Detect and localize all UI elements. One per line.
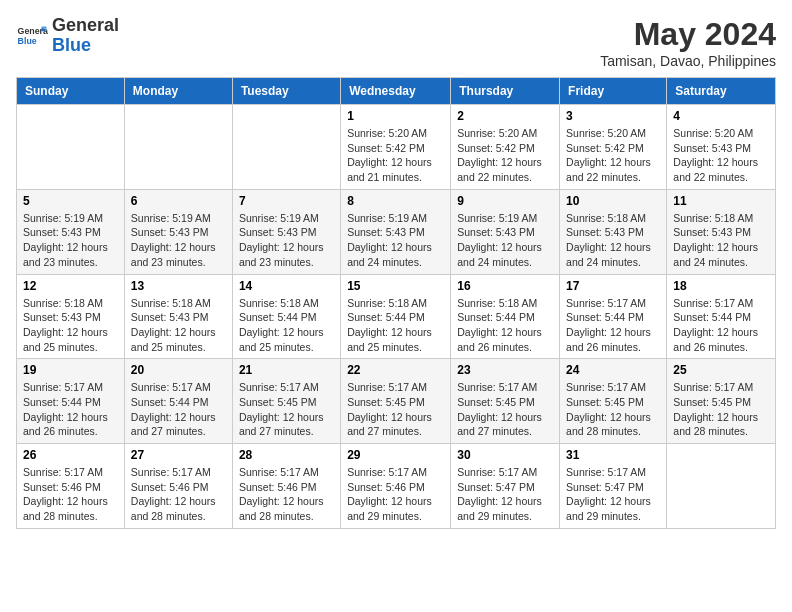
day-number: 20 bbox=[131, 363, 226, 377]
calendar-body: 1Sunrise: 5:20 AM Sunset: 5:42 PM Daylig… bbox=[17, 105, 776, 529]
week-row-5: 26Sunrise: 5:17 AM Sunset: 5:46 PM Dayli… bbox=[17, 444, 776, 529]
day-info: Sunrise: 5:18 AM Sunset: 5:43 PM Dayligh… bbox=[23, 296, 118, 355]
calendar-cell: 6Sunrise: 5:19 AM Sunset: 5:43 PM Daylig… bbox=[124, 189, 232, 274]
calendar-cell bbox=[17, 105, 125, 190]
calendar-cell: 15Sunrise: 5:18 AM Sunset: 5:44 PM Dayli… bbox=[341, 274, 451, 359]
calendar-cell: 24Sunrise: 5:17 AM Sunset: 5:45 PM Dayli… bbox=[560, 359, 667, 444]
day-number: 16 bbox=[457, 279, 553, 293]
calendar-cell: 27Sunrise: 5:17 AM Sunset: 5:46 PM Dayli… bbox=[124, 444, 232, 529]
calendar-cell: 17Sunrise: 5:17 AM Sunset: 5:44 PM Dayli… bbox=[560, 274, 667, 359]
day-info: Sunrise: 5:18 AM Sunset: 5:43 PM Dayligh… bbox=[566, 211, 660, 270]
calendar-cell: 1Sunrise: 5:20 AM Sunset: 5:42 PM Daylig… bbox=[341, 105, 451, 190]
day-number: 28 bbox=[239, 448, 334, 462]
day-info: Sunrise: 5:17 AM Sunset: 5:44 PM Dayligh… bbox=[23, 380, 118, 439]
day-number: 31 bbox=[566, 448, 660, 462]
calendar-cell: 11Sunrise: 5:18 AM Sunset: 5:43 PM Dayli… bbox=[667, 189, 776, 274]
day-info: Sunrise: 5:17 AM Sunset: 5:44 PM Dayligh… bbox=[131, 380, 226, 439]
day-number: 5 bbox=[23, 194, 118, 208]
day-number: 30 bbox=[457, 448, 553, 462]
calendar-cell: 9Sunrise: 5:19 AM Sunset: 5:43 PM Daylig… bbox=[451, 189, 560, 274]
weekday-tuesday: Tuesday bbox=[232, 78, 340, 105]
logo-icon: General Blue bbox=[16, 20, 48, 52]
day-info: Sunrise: 5:19 AM Sunset: 5:43 PM Dayligh… bbox=[23, 211, 118, 270]
calendar-cell bbox=[232, 105, 340, 190]
day-info: Sunrise: 5:17 AM Sunset: 5:46 PM Dayligh… bbox=[23, 465, 118, 524]
weekday-friday: Friday bbox=[560, 78, 667, 105]
day-number: 10 bbox=[566, 194, 660, 208]
calendar-cell: 8Sunrise: 5:19 AM Sunset: 5:43 PM Daylig… bbox=[341, 189, 451, 274]
weekday-saturday: Saturday bbox=[667, 78, 776, 105]
calendar-cell: 18Sunrise: 5:17 AM Sunset: 5:44 PM Dayli… bbox=[667, 274, 776, 359]
calendar-cell: 10Sunrise: 5:18 AM Sunset: 5:43 PM Dayli… bbox=[560, 189, 667, 274]
day-number: 11 bbox=[673, 194, 769, 208]
calendar-cell: 13Sunrise: 5:18 AM Sunset: 5:43 PM Dayli… bbox=[124, 274, 232, 359]
day-info: Sunrise: 5:17 AM Sunset: 5:47 PM Dayligh… bbox=[566, 465, 660, 524]
week-row-4: 19Sunrise: 5:17 AM Sunset: 5:44 PM Dayli… bbox=[17, 359, 776, 444]
logo-text: General Blue bbox=[52, 16, 119, 56]
day-info: Sunrise: 5:19 AM Sunset: 5:43 PM Dayligh… bbox=[239, 211, 334, 270]
day-number: 21 bbox=[239, 363, 334, 377]
day-number: 25 bbox=[673, 363, 769, 377]
page-header: General Blue General Blue May 2024 Tamis… bbox=[16, 16, 776, 69]
day-number: 9 bbox=[457, 194, 553, 208]
day-info: Sunrise: 5:17 AM Sunset: 5:46 PM Dayligh… bbox=[131, 465, 226, 524]
day-info: Sunrise: 5:19 AM Sunset: 5:43 PM Dayligh… bbox=[457, 211, 553, 270]
day-info: Sunrise: 5:17 AM Sunset: 5:44 PM Dayligh… bbox=[673, 296, 769, 355]
day-info: Sunrise: 5:17 AM Sunset: 5:47 PM Dayligh… bbox=[457, 465, 553, 524]
weekday-thursday: Thursday bbox=[451, 78, 560, 105]
day-info: Sunrise: 5:17 AM Sunset: 5:45 PM Dayligh… bbox=[239, 380, 334, 439]
calendar-cell: 16Sunrise: 5:18 AM Sunset: 5:44 PM Dayli… bbox=[451, 274, 560, 359]
day-info: Sunrise: 5:18 AM Sunset: 5:44 PM Dayligh… bbox=[347, 296, 444, 355]
calendar-cell: 29Sunrise: 5:17 AM Sunset: 5:46 PM Dayli… bbox=[341, 444, 451, 529]
day-info: Sunrise: 5:18 AM Sunset: 5:44 PM Dayligh… bbox=[457, 296, 553, 355]
calendar-cell: 2Sunrise: 5:20 AM Sunset: 5:42 PM Daylig… bbox=[451, 105, 560, 190]
day-number: 6 bbox=[131, 194, 226, 208]
month-title: May 2024 bbox=[600, 16, 776, 53]
calendar-cell bbox=[667, 444, 776, 529]
calendar-cell: 5Sunrise: 5:19 AM Sunset: 5:43 PM Daylig… bbox=[17, 189, 125, 274]
week-row-2: 5Sunrise: 5:19 AM Sunset: 5:43 PM Daylig… bbox=[17, 189, 776, 274]
calendar-cell: 25Sunrise: 5:17 AM Sunset: 5:45 PM Dayli… bbox=[667, 359, 776, 444]
day-info: Sunrise: 5:20 AM Sunset: 5:42 PM Dayligh… bbox=[566, 126, 660, 185]
location: Tamisan, Davao, Philippines bbox=[600, 53, 776, 69]
day-info: Sunrise: 5:17 AM Sunset: 5:46 PM Dayligh… bbox=[239, 465, 334, 524]
day-number: 13 bbox=[131, 279, 226, 293]
calendar-cell: 21Sunrise: 5:17 AM Sunset: 5:45 PM Dayli… bbox=[232, 359, 340, 444]
day-number: 29 bbox=[347, 448, 444, 462]
calendar-cell: 4Sunrise: 5:20 AM Sunset: 5:43 PM Daylig… bbox=[667, 105, 776, 190]
calendar-cell: 30Sunrise: 5:17 AM Sunset: 5:47 PM Dayli… bbox=[451, 444, 560, 529]
day-number: 3 bbox=[566, 109, 660, 123]
day-number: 4 bbox=[673, 109, 769, 123]
day-number: 12 bbox=[23, 279, 118, 293]
day-info: Sunrise: 5:17 AM Sunset: 5:45 PM Dayligh… bbox=[347, 380, 444, 439]
day-number: 19 bbox=[23, 363, 118, 377]
calendar-cell: 22Sunrise: 5:17 AM Sunset: 5:45 PM Dayli… bbox=[341, 359, 451, 444]
svg-text:Blue: Blue bbox=[18, 36, 37, 46]
day-number: 23 bbox=[457, 363, 553, 377]
weekday-wednesday: Wednesday bbox=[341, 78, 451, 105]
day-number: 27 bbox=[131, 448, 226, 462]
day-number: 17 bbox=[566, 279, 660, 293]
day-number: 7 bbox=[239, 194, 334, 208]
calendar-cell: 28Sunrise: 5:17 AM Sunset: 5:46 PM Dayli… bbox=[232, 444, 340, 529]
day-number: 1 bbox=[347, 109, 444, 123]
calendar-cell: 23Sunrise: 5:17 AM Sunset: 5:45 PM Dayli… bbox=[451, 359, 560, 444]
day-info: Sunrise: 5:17 AM Sunset: 5:45 PM Dayligh… bbox=[457, 380, 553, 439]
day-number: 14 bbox=[239, 279, 334, 293]
day-number: 2 bbox=[457, 109, 553, 123]
week-row-3: 12Sunrise: 5:18 AM Sunset: 5:43 PM Dayli… bbox=[17, 274, 776, 359]
day-number: 24 bbox=[566, 363, 660, 377]
day-info: Sunrise: 5:18 AM Sunset: 5:44 PM Dayligh… bbox=[239, 296, 334, 355]
day-info: Sunrise: 5:18 AM Sunset: 5:43 PM Dayligh… bbox=[131, 296, 226, 355]
day-info: Sunrise: 5:17 AM Sunset: 5:44 PM Dayligh… bbox=[566, 296, 660, 355]
logo: General Blue General Blue bbox=[16, 16, 119, 56]
day-number: 18 bbox=[673, 279, 769, 293]
calendar-cell bbox=[124, 105, 232, 190]
day-info: Sunrise: 5:20 AM Sunset: 5:43 PM Dayligh… bbox=[673, 126, 769, 185]
calendar-cell: 26Sunrise: 5:17 AM Sunset: 5:46 PM Dayli… bbox=[17, 444, 125, 529]
day-info: Sunrise: 5:20 AM Sunset: 5:42 PM Dayligh… bbox=[347, 126, 444, 185]
day-info: Sunrise: 5:17 AM Sunset: 5:46 PM Dayligh… bbox=[347, 465, 444, 524]
day-number: 22 bbox=[347, 363, 444, 377]
calendar-cell: 14Sunrise: 5:18 AM Sunset: 5:44 PM Dayli… bbox=[232, 274, 340, 359]
day-info: Sunrise: 5:19 AM Sunset: 5:43 PM Dayligh… bbox=[131, 211, 226, 270]
